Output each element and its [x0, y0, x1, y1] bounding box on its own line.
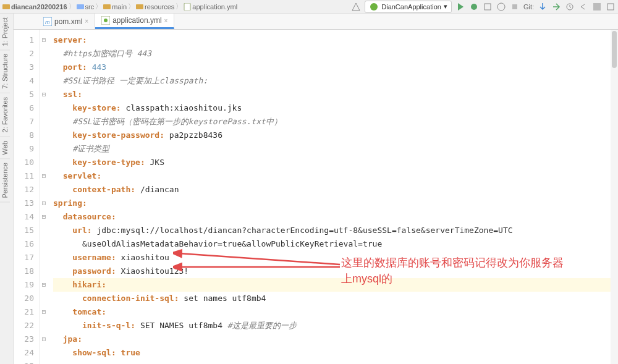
line-number: 4 [16, 74, 34, 88]
code-line[interactable]: ssl: [53, 88, 611, 101]
line-number: 8 [16, 129, 34, 142]
side-tab-web[interactable]: Web [0, 137, 10, 159]
fold-marker[interactable] [40, 265, 48, 278]
code-line[interactable]: server: [53, 33, 611, 47]
code-line[interactable]: context-path: /diancan [53, 183, 611, 197]
line-number: 6 [16, 101, 34, 115]
top-toolbar: diancan20200216 〉 src 〉 main 〉 resources… [0, 0, 618, 14]
git-update-icon[interactable] [538, 2, 548, 12]
git-history-icon[interactable] [565, 2, 575, 12]
fold-marker[interactable] [40, 156, 48, 169]
fold-marker[interactable] [40, 61, 48, 74]
fold-marker[interactable] [40, 74, 48, 88]
breadcrumb-label: resources [145, 3, 174, 11]
profile-icon[interactable] [496, 2, 506, 12]
svg-rect-9 [512, 4, 517, 9]
fold-marker[interactable] [40, 251, 48, 265]
breadcrumb-project[interactable]: diancan20200216 [2, 3, 67, 11]
code-line[interactable]: #https加密端口号 443 [53, 47, 611, 61]
fold-marker[interactable] [40, 224, 48, 237]
code-editor[interactable]: server: #https加密端口号 443 port: 443 #SSL证书… [48, 30, 611, 364]
breadcrumb-folder-resources[interactable]: resources [136, 3, 174, 11]
fold-marker[interactable] [40, 292, 48, 305]
side-tab-favorites[interactable]: 2: Favorites [0, 93, 10, 137]
svg-text:m: m [45, 19, 50, 25]
breadcrumb-sep: 〉 [128, 2, 135, 11]
line-number: 15 [16, 224, 34, 237]
side-tab-structure[interactable]: 7: Structure [0, 50, 10, 93]
fold-marker[interactable] [40, 47, 48, 61]
fold-marker[interactable] [40, 115, 48, 129]
vertical-scrollbar[interactable] [611, 30, 618, 364]
breadcrumb-folder-main[interactable]: main [103, 3, 127, 11]
fold-marker[interactable] [40, 183, 48, 197]
git-rollback-icon[interactable] [578, 2, 588, 12]
svg-rect-11 [593, 3, 601, 11]
fold-marker[interactable]: ⊟ [40, 332, 48, 346]
line-number: 13 [16, 197, 34, 210]
fold-marker[interactable]: ⊟ [40, 210, 48, 224]
breadcrumb-file[interactable]: application.yml [184, 3, 237, 11]
breadcrumb-folder-src[interactable]: src [77, 3, 95, 11]
git-label: Git: [523, 3, 534, 11]
coverage-icon[interactable] [483, 2, 493, 12]
code-line[interactable]: spring: [53, 197, 611, 210]
tab-application-yml[interactable]: application.yml × [95, 14, 174, 29]
debug-icon[interactable] [469, 2, 479, 12]
fold-marker[interactable]: ⊟ [40, 278, 48, 292]
fold-marker[interactable] [40, 346, 48, 360]
ide-settings-icon[interactable] [592, 2, 602, 12]
fold-marker[interactable] [40, 319, 48, 332]
line-number: 22 [16, 319, 34, 332]
run-config-dropdown[interactable]: DianCanApplication ▾ [365, 1, 452, 13]
side-tab-project[interactable]: 1: Project [0, 14, 10, 50]
line-number: 5 [16, 88, 34, 101]
side-tab-persistence[interactable]: Persistence [0, 159, 10, 202]
code-line[interactable]: #SSL证书密码（密码在第一步的keystorePass.txt中） [53, 115, 611, 129]
code-line[interactable]: #SSL证书路径 一定要加上classpath: [53, 74, 611, 88]
code-line[interactable]: key-store: classpath:xiaoshitou.jks [53, 101, 611, 115]
spring-icon [369, 2, 379, 12]
search-everywhere-icon[interactable] [606, 2, 616, 12]
scroll-thumb[interactable] [612, 31, 617, 68]
fold-marker[interactable]: ⊟ [40, 305, 48, 319]
code-line[interactable] [53, 360, 611, 364]
line-number: 23 [16, 332, 34, 346]
fold-marker[interactable]: ⊟ [40, 33, 48, 47]
breadcrumb-sep: 〉 [95, 2, 102, 11]
code-line[interactable]: connection-init-sql: set names utf8mb4 [53, 292, 611, 305]
code-line[interactable]: init-s-q-l: SET NAMES utf8mb4 #这是最重要的一步 [53, 319, 611, 332]
annotation-line2: 上mysql的 [341, 271, 601, 287]
code-line[interactable]: #证书类型 [53, 142, 611, 156]
fold-marker[interactable]: ⊟ [40, 169, 48, 183]
code-line[interactable]: key-store-type: JKS [53, 156, 611, 169]
code-line[interactable]: key-store-password: pa2pzzb8436 [53, 129, 611, 142]
fold-marker[interactable] [40, 142, 48, 156]
code-line[interactable]: jpa: [53, 332, 611, 346]
build-icon[interactable] [351, 2, 361, 12]
close-icon[interactable]: × [164, 17, 168, 24]
code-line[interactable]: datasource: [53, 210, 611, 224]
code-line[interactable]: tomcat: [53, 305, 611, 319]
line-number: 2 [16, 47, 34, 61]
tab-pom-xml[interactable]: m pom.xml × [37, 14, 95, 29]
fold-marker[interactable] [40, 101, 48, 115]
line-number: 18 [16, 265, 34, 278]
git-commit-icon[interactable] [551, 2, 561, 12]
stop-icon[interactable] [510, 2, 520, 12]
fold-marker[interactable] [40, 360, 48, 364]
fold-marker[interactable] [40, 237, 48, 251]
line-number: 7 [16, 115, 34, 129]
line-number: 3 [16, 61, 34, 74]
fold-marker[interactable]: ⊟ [40, 197, 48, 210]
close-icon[interactable]: × [85, 18, 88, 25]
code-line[interactable]: url: jdbc:mysql://localhost/diancan?char… [53, 224, 611, 237]
chevron-down-icon: ▾ [444, 2, 447, 11]
fold-marker[interactable] [40, 129, 48, 142]
line-number: 21 [16, 305, 34, 319]
fold-marker[interactable]: ⊟ [40, 88, 48, 101]
code-line[interactable]: port: 443 [53, 61, 611, 74]
run-icon[interactable] [455, 2, 465, 12]
code-line[interactable]: show-sql: true [53, 346, 611, 360]
code-line[interactable]: servlet: [53, 169, 611, 183]
